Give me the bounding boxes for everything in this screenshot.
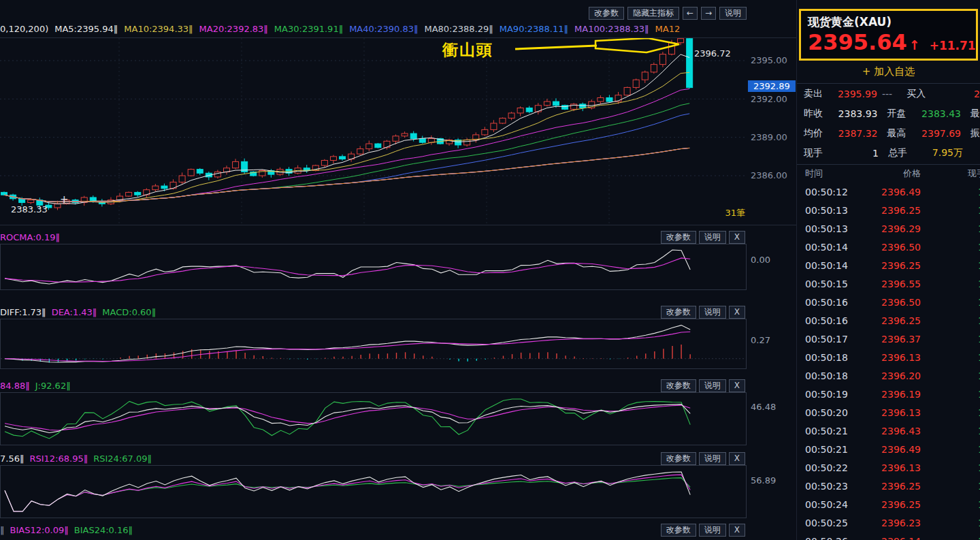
tick-volume: 1 — [925, 334, 980, 345]
rsi-label: RSI12:68.95‖ — [29, 454, 88, 464]
close-button[interactable]: X — [729, 379, 745, 392]
bias-labels: ‖BIAS12:0.09‖BIAS24:0.16‖ — [0, 525, 661, 535]
change-params-button[interactable]: 改参数 — [661, 379, 696, 392]
tick-price: 2396.43 — [866, 426, 921, 436]
tick-volume: 1 — [925, 352, 980, 363]
tick-header-cell: 现手 — [926, 168, 980, 180]
tick-price: 2396.25 — [866, 260, 921, 271]
tick-volume: 1 — [925, 444, 980, 455]
tick-volume: 1 — [925, 260, 980, 271]
roc-labels: ROCMA:0.19‖ — [0, 232, 661, 242]
next-button[interactable]: → — [701, 7, 716, 20]
change-params-button[interactable]: 改参数 — [589, 7, 624, 20]
tick-price: 2396.55 — [866, 279, 921, 289]
macd-label: DEA:1.43‖ — [52, 307, 97, 317]
ma-label: MA5:2395.94‖ — [54, 24, 118, 34]
macd-indicator-section: DIFF:1.73‖DEA:1.43‖MACD:0.60‖ 改参数说明X 0.2… — [0, 305, 796, 369]
tick-time: 00:50:16 — [805, 315, 866, 326]
quote-cell: 买入 — [906, 88, 930, 100]
ma-label: MA80:2388.29‖ — [424, 24, 493, 34]
change-params-button[interactable]: 改参数 — [661, 452, 696, 465]
tick-price: 2396.25 — [866, 499, 921, 510]
price-row: 2395.64 ↑ +11.71 — [808, 31, 969, 54]
tick-row: 00:50:242396.251 — [797, 495, 980, 513]
quote-cell: 现手 — [804, 147, 828, 159]
quote-cell: 2383.43 — [911, 108, 961, 119]
tick-time: 00:50:13 — [805, 223, 866, 234]
tick-time: 00:50:20 — [805, 407, 866, 418]
tick-volume: 1 — [925, 499, 980, 510]
tick-time: 00:50:19 — [805, 389, 866, 400]
tick-row: 00:50:262396.141 — [797, 532, 980, 540]
close-button[interactable]: X — [729, 452, 745, 465]
tick-table-header: 时间价格现手 — [797, 165, 980, 182]
tick-volume: 1 — [925, 426, 980, 436]
tick-price: 2396.19 — [866, 389, 921, 400]
macd-indicator-chart[interactable] — [1, 319, 746, 368]
prev-button[interactable]: ← — [683, 7, 698, 20]
help-button[interactable]: 说明 — [699, 306, 726, 319]
tick-volume: 1 — [925, 279, 980, 289]
rsi-axis-value: 56.89 — [751, 475, 776, 486]
tick-table-rows: 00:50:122396.49100:50:132396.25100:50:13… — [797, 182, 980, 540]
kdj-indicator-chart[interactable] — [1, 393, 746, 445]
quote-cell: --- — [877, 89, 897, 99]
tick-row: 00:50:142396.251 — [797, 256, 980, 274]
help-button[interactable]: 说明 — [699, 379, 726, 392]
quote-cell: 2387.32 — [828, 128, 878, 139]
ma-label: MA20:2392.83‖ — [199, 24, 268, 34]
macd-labels: DIFF:1.73‖DEA:1.43‖MACD:0.60‖ — [0, 307, 661, 317]
quote-summary: 卖出2395.99---买入2昨收2383.93开盘2383.43最均价2387… — [797, 84, 980, 163]
quote-row: 昨收2383.93开盘2383.43最 — [797, 104, 980, 123]
quote-row: 均价2387.32最高2397.69振 — [797, 123, 980, 143]
tick-row: 00:50:182396.131 — [797, 348, 980, 366]
close-button[interactable]: X — [729, 524, 745, 537]
kdj-label: J:92.62‖ — [35, 381, 71, 391]
tick-volume: 1 — [925, 481, 980, 492]
quote-cell: 2 — [930, 89, 980, 99]
ma-label: MA10:2394.33‖ — [124, 24, 193, 34]
quote-cell: 最 — [970, 108, 980, 120]
hide-main-indicator-button[interactable]: 隐藏主指标 — [627, 7, 679, 20]
main-candlestick-chart[interactable] — [0, 38, 747, 223]
help-button[interactable]: 说明 — [719, 7, 747, 20]
tick-price: 2396.50 — [866, 242, 921, 253]
help-button[interactable]: 说明 — [699, 524, 726, 537]
roc-indicator-chart[interactable] — [1, 244, 746, 289]
tick-price: 2396.25 — [866, 315, 921, 326]
tick-time: 00:50:18 — [805, 352, 866, 363]
tick-price: 2396.29 — [866, 223, 921, 234]
rsi-indicator-section: 7.56‖RSI12:68.95‖RSI24:67.09‖ 改参数说明X 56.… — [0, 451, 796, 518]
bias-label: ‖ — [0, 525, 5, 535]
tick-price: 2396.50 — [866, 297, 921, 308]
tick-price: 2396.49 — [866, 187, 921, 197]
quote-cell: 2397.69 — [911, 128, 961, 139]
macd-label: MACD:0.60‖ — [102, 307, 156, 317]
change-params-button[interactable]: 改参数 — [661, 306, 696, 319]
help-button[interactable]: 说明 — [699, 452, 726, 465]
price-axis-label: 2395.00 — [751, 55, 787, 65]
rsi-indicator-chart[interactable] — [1, 466, 746, 518]
tick-time: 00:50:16 — [805, 297, 866, 308]
current-price-tag: 2392.89 — [748, 80, 796, 92]
main-chart: 2395.002392.002389.002386.00 2392.89 239… — [0, 37, 796, 225]
help-button[interactable]: 说明 — [699, 231, 726, 244]
quote-cell: 开盘 — [887, 108, 912, 120]
close-button[interactable]: X — [729, 306, 745, 319]
price-axis-label: 2392.00 — [751, 94, 787, 104]
roc-indicator-section: ROCMA:0.19‖ 改参数说明X 0.00 — [0, 230, 796, 290]
ma-indicator-labels: 0,120,200)MA5:2395.94‖MA10:2394.33‖MA20:… — [0, 24, 747, 34]
quote-cell: 2383.93 — [828, 108, 878, 119]
change-params-button[interactable]: 改参数 — [661, 231, 696, 244]
price-axis-label: 2389.00 — [751, 132, 787, 142]
ma-label: MA12 — [655, 24, 681, 34]
add-to-watchlist-button[interactable]: + 加入自选 — [797, 61, 980, 84]
ma-label: 0,120,200) — [0, 24, 48, 34]
annotation-text: 衝山頭 — [442, 39, 493, 61]
quote-cell: 2395.99 — [828, 89, 877, 99]
close-button[interactable]: X — [729, 231, 745, 244]
tick-row: 00:50:212396.431 — [797, 422, 980, 440]
change-params-button[interactable]: 改参数 — [661, 524, 696, 537]
last-price-label: 2396.72 — [694, 48, 731, 59]
kdj-axis-value: 46.48 — [751, 402, 776, 412]
